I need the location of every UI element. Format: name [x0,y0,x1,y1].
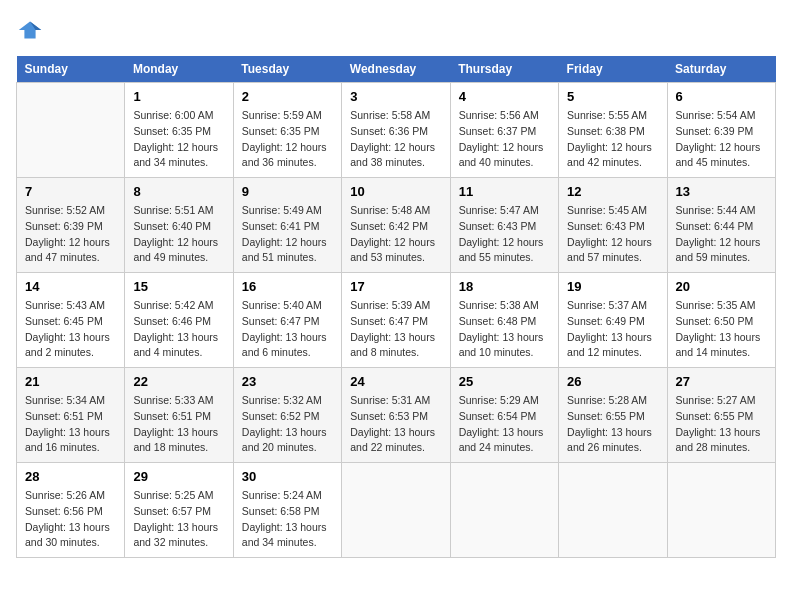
day-number: 12 [567,184,658,199]
calendar-cell: 15Sunrise: 5:42 AMSunset: 6:46 PMDayligh… [125,273,233,368]
day-number: 21 [25,374,116,389]
day-number: 17 [350,279,441,294]
calendar-cell: 27Sunrise: 5:27 AMSunset: 6:55 PMDayligh… [667,368,775,463]
day-number: 15 [133,279,224,294]
day-info: Sunrise: 5:25 AMSunset: 6:57 PMDaylight:… [133,488,224,551]
day-number: 14 [25,279,116,294]
day-info: Sunrise: 5:45 AMSunset: 6:43 PMDaylight:… [567,203,658,266]
day-info: Sunrise: 5:31 AMSunset: 6:53 PMDaylight:… [350,393,441,456]
day-info: Sunrise: 5:38 AMSunset: 6:48 PMDaylight:… [459,298,550,361]
page-header [16,16,776,44]
day-info: Sunrise: 5:40 AMSunset: 6:47 PMDaylight:… [242,298,333,361]
calendar-cell: 4Sunrise: 5:56 AMSunset: 6:37 PMDaylight… [450,83,558,178]
day-number: 22 [133,374,224,389]
day-info: Sunrise: 5:34 AMSunset: 6:51 PMDaylight:… [25,393,116,456]
day-number: 2 [242,89,333,104]
calendar-cell: 24Sunrise: 5:31 AMSunset: 6:53 PMDayligh… [342,368,450,463]
day-number: 7 [25,184,116,199]
calendar-cell: 2Sunrise: 5:59 AMSunset: 6:35 PMDaylight… [233,83,341,178]
day-info: Sunrise: 5:44 AMSunset: 6:44 PMDaylight:… [676,203,767,266]
calendar-cell: 23Sunrise: 5:32 AMSunset: 6:52 PMDayligh… [233,368,341,463]
calendar-cell: 25Sunrise: 5:29 AMSunset: 6:54 PMDayligh… [450,368,558,463]
calendar-week-3: 14Sunrise: 5:43 AMSunset: 6:45 PMDayligh… [17,273,776,368]
calendar-cell: 7Sunrise: 5:52 AMSunset: 6:39 PMDaylight… [17,178,125,273]
calendar-cell: 17Sunrise: 5:39 AMSunset: 6:47 PMDayligh… [342,273,450,368]
day-number: 25 [459,374,550,389]
calendar-cell: 16Sunrise: 5:40 AMSunset: 6:47 PMDayligh… [233,273,341,368]
calendar-cell: 9Sunrise: 5:49 AMSunset: 6:41 PMDaylight… [233,178,341,273]
day-number: 8 [133,184,224,199]
day-info: Sunrise: 5:49 AMSunset: 6:41 PMDaylight:… [242,203,333,266]
calendar-cell: 28Sunrise: 5:26 AMSunset: 6:56 PMDayligh… [17,463,125,558]
day-number: 23 [242,374,333,389]
calendar-cell [342,463,450,558]
calendar-week-4: 21Sunrise: 5:34 AMSunset: 6:51 PMDayligh… [17,368,776,463]
calendar-cell: 12Sunrise: 5:45 AMSunset: 6:43 PMDayligh… [559,178,667,273]
calendar-cell [559,463,667,558]
day-info: Sunrise: 5:32 AMSunset: 6:52 PMDaylight:… [242,393,333,456]
day-number: 4 [459,89,550,104]
calendar-cell: 30Sunrise: 5:24 AMSunset: 6:58 PMDayligh… [233,463,341,558]
dow-header-saturday: Saturday [667,56,775,83]
calendar-cell: 6Sunrise: 5:54 AMSunset: 6:39 PMDaylight… [667,83,775,178]
day-info: Sunrise: 5:26 AMSunset: 6:56 PMDaylight:… [25,488,116,551]
calendar-week-5: 28Sunrise: 5:26 AMSunset: 6:56 PMDayligh… [17,463,776,558]
day-info: Sunrise: 5:58 AMSunset: 6:36 PMDaylight:… [350,108,441,171]
day-number: 27 [676,374,767,389]
day-number: 16 [242,279,333,294]
day-number: 30 [242,469,333,484]
calendar-cell: 3Sunrise: 5:58 AMSunset: 6:36 PMDaylight… [342,83,450,178]
day-info: Sunrise: 5:56 AMSunset: 6:37 PMDaylight:… [459,108,550,171]
dow-header-wednesday: Wednesday [342,56,450,83]
calendar-cell: 21Sunrise: 5:34 AMSunset: 6:51 PMDayligh… [17,368,125,463]
dow-header-monday: Monday [125,56,233,83]
calendar-body: 1Sunrise: 6:00 AMSunset: 6:35 PMDaylight… [17,83,776,558]
day-info: Sunrise: 5:29 AMSunset: 6:54 PMDaylight:… [459,393,550,456]
day-number: 29 [133,469,224,484]
day-number: 13 [676,184,767,199]
dow-header-thursday: Thursday [450,56,558,83]
day-number: 28 [25,469,116,484]
dow-header-friday: Friday [559,56,667,83]
calendar-cell: 29Sunrise: 5:25 AMSunset: 6:57 PMDayligh… [125,463,233,558]
calendar-week-1: 1Sunrise: 6:00 AMSunset: 6:35 PMDaylight… [17,83,776,178]
calendar-cell [17,83,125,178]
day-number: 19 [567,279,658,294]
calendar-cell: 18Sunrise: 5:38 AMSunset: 6:48 PMDayligh… [450,273,558,368]
day-info: Sunrise: 5:54 AMSunset: 6:39 PMDaylight:… [676,108,767,171]
day-info: Sunrise: 5:51 AMSunset: 6:40 PMDaylight:… [133,203,224,266]
day-info: Sunrise: 5:28 AMSunset: 6:55 PMDaylight:… [567,393,658,456]
calendar-table: SundayMondayTuesdayWednesdayThursdayFrid… [16,56,776,558]
day-number: 3 [350,89,441,104]
day-number: 11 [459,184,550,199]
calendar-cell: 5Sunrise: 5:55 AMSunset: 6:38 PMDaylight… [559,83,667,178]
day-info: Sunrise: 5:47 AMSunset: 6:43 PMDaylight:… [459,203,550,266]
day-info: Sunrise: 5:48 AMSunset: 6:42 PMDaylight:… [350,203,441,266]
logo [16,16,48,44]
day-number: 18 [459,279,550,294]
day-number: 6 [676,89,767,104]
dow-header-sunday: Sunday [17,56,125,83]
day-number: 1 [133,89,224,104]
day-number: 20 [676,279,767,294]
calendar-cell: 13Sunrise: 5:44 AMSunset: 6:44 PMDayligh… [667,178,775,273]
calendar-week-2: 7Sunrise: 5:52 AMSunset: 6:39 PMDaylight… [17,178,776,273]
calendar-cell: 8Sunrise: 5:51 AMSunset: 6:40 PMDaylight… [125,178,233,273]
dow-header-tuesday: Tuesday [233,56,341,83]
calendar-cell: 19Sunrise: 5:37 AMSunset: 6:49 PMDayligh… [559,273,667,368]
day-info: Sunrise: 5:33 AMSunset: 6:51 PMDaylight:… [133,393,224,456]
day-of-week-header-row: SundayMondayTuesdayWednesdayThursdayFrid… [17,56,776,83]
day-info: Sunrise: 5:42 AMSunset: 6:46 PMDaylight:… [133,298,224,361]
day-number: 10 [350,184,441,199]
calendar-cell: 26Sunrise: 5:28 AMSunset: 6:55 PMDayligh… [559,368,667,463]
logo-icon [16,16,44,44]
calendar-cell [450,463,558,558]
day-info: Sunrise: 6:00 AMSunset: 6:35 PMDaylight:… [133,108,224,171]
calendar-cell: 10Sunrise: 5:48 AMSunset: 6:42 PMDayligh… [342,178,450,273]
day-info: Sunrise: 5:27 AMSunset: 6:55 PMDaylight:… [676,393,767,456]
calendar-cell: 11Sunrise: 5:47 AMSunset: 6:43 PMDayligh… [450,178,558,273]
day-number: 24 [350,374,441,389]
calendar-cell: 20Sunrise: 5:35 AMSunset: 6:50 PMDayligh… [667,273,775,368]
day-info: Sunrise: 5:43 AMSunset: 6:45 PMDaylight:… [25,298,116,361]
day-info: Sunrise: 5:52 AMSunset: 6:39 PMDaylight:… [25,203,116,266]
